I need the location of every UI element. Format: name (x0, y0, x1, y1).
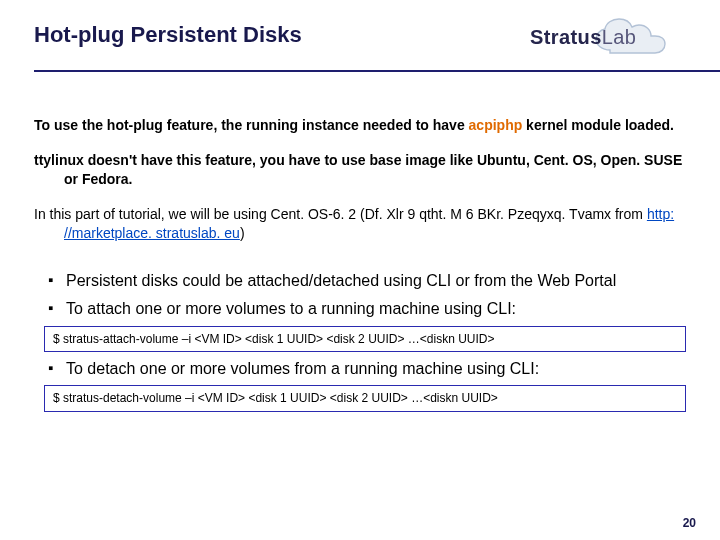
page-number: 20 (683, 516, 696, 530)
p3-text-b: ) (240, 225, 245, 241)
bullet-text: To attach one or more volumes to a runni… (66, 300, 516, 317)
body: To use the hot-plug feature, the running… (34, 116, 686, 412)
bullet-list-2: To detach one or more volumes from a run… (48, 358, 686, 380)
p1-text-a: To use the hot-plug feature, the running… (34, 117, 469, 133)
brand-logo: StratusLab (526, 16, 686, 62)
paragraph-3: In this part of tutorial, we will be usi… (34, 205, 686, 243)
code-attach: $ stratus-attach-volume –i <VM ID> <disk… (44, 326, 686, 352)
header-rule (34, 70, 720, 72)
bullet-item: To attach one or more volumes to a runni… (48, 298, 686, 320)
logo-text: StratusLab (530, 26, 636, 49)
paragraph-1: To use the hot-plug feature, the running… (34, 116, 686, 135)
header-row: Hot-plug Persistent Disks StratusLab (34, 16, 686, 62)
logo-text-a: Stratus (530, 26, 602, 48)
p2-text: ttylinux doesn't have this feature, you … (34, 151, 686, 189)
bullet-text: To detach one or more volumes from a run… (66, 360, 539, 377)
paragraph-2: ttylinux doesn't have this feature, you … (34, 151, 686, 189)
code-detach: $ stratus-detach-volume –i <VM ID> <disk… (44, 385, 686, 411)
p3-text-a: In this part of tutorial, we will be usi… (34, 206, 647, 222)
bullet-list: Persistent disks could be attached/detac… (48, 270, 686, 319)
bullet-item: To detach one or more volumes from a run… (48, 358, 686, 380)
slide: Hot-plug Persistent Disks StratusLab To … (0, 0, 720, 540)
logo-text-b: Lab (602, 26, 637, 48)
bullet-text: Persistent disks could be attached/detac… (66, 272, 616, 289)
p1-text-c: kernel module loaded. (522, 117, 674, 133)
bullet-item: Persistent disks could be attached/detac… (48, 270, 686, 292)
page-title: Hot-plug Persistent Disks (34, 22, 302, 48)
p1-kernel-module: acpiphp (469, 117, 523, 133)
